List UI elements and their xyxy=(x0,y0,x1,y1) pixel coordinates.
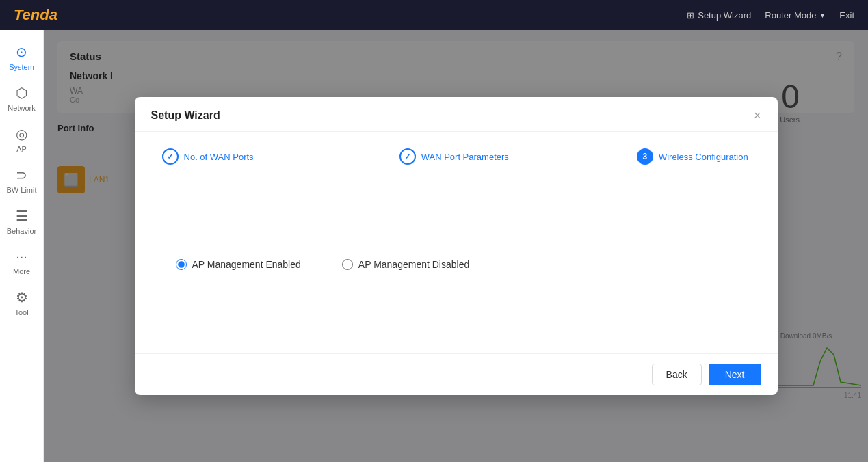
more-icon: ··· xyxy=(16,249,27,264)
router-mode-label: Router Mode xyxy=(765,10,816,21)
step-3: 3 Wireless Configuration xyxy=(637,148,750,165)
modal-header: Setup Wizard × xyxy=(135,97,778,132)
step-1: ✓ No. of WAN Ports xyxy=(162,148,276,165)
sidebar: ⊙ System ⬡ Network ◎ AP ⊃ BW Limit ☰ Beh… xyxy=(0,30,44,462)
sidebar-item-label: Network xyxy=(8,104,35,112)
sidebar-item-ap[interactable]: ◎ AP xyxy=(0,119,43,160)
setup-wizard-icon: ⊞ xyxy=(687,10,694,21)
modal-footer: Back Next xyxy=(135,353,778,395)
ap-disabled-label: AP Management Disabled xyxy=(358,259,469,270)
behavior-icon: ☰ xyxy=(16,208,28,224)
sidebar-item-label: System xyxy=(9,63,34,71)
step-2-circle: ✓ xyxy=(399,148,416,165)
setup-wizard-label: Setup Wizard xyxy=(698,10,751,21)
step-3-circle: 3 xyxy=(637,148,653,165)
sidebar-item-label: AP xyxy=(16,145,27,153)
ap-disabled-option[interactable]: AP Management Disabled xyxy=(342,259,469,270)
sidebar-item-label: Behavior xyxy=(7,227,36,235)
ap-enabled-radio[interactable] xyxy=(176,259,187,270)
sidebar-item-tool[interactable]: ⚙ Tool xyxy=(0,282,43,323)
topbar-right: ⊞ Setup Wizard Router Mode ▼ Exit xyxy=(687,10,854,21)
back-button[interactable]: Back xyxy=(652,364,702,385)
logo: Tenda xyxy=(14,6,57,24)
step-2: ✓ WAN Port Parameters xyxy=(399,148,513,165)
step-2-label: WAN Port Parameters xyxy=(421,152,509,162)
sidebar-item-system[interactable]: ⊙ System xyxy=(0,37,43,78)
bwlimit-icon: ⊃ xyxy=(16,167,27,183)
next-button[interactable]: Next xyxy=(709,364,761,385)
step-1-label: No. of WAN Ports xyxy=(184,152,254,162)
sidebar-item-bwlimit[interactable]: ⊃ BW Limit xyxy=(0,160,43,201)
sidebar-item-label: BW Limit xyxy=(7,186,37,194)
topbar: Tenda ⊞ Setup Wizard Router Mode ▼ Exit xyxy=(0,0,868,30)
stepper: ✓ No. of WAN Ports ✓ WAN Port Parameters… xyxy=(135,132,778,176)
ap-enabled-label: AP Management Enabled xyxy=(192,259,301,270)
step-connector-2 xyxy=(518,157,631,157)
step-1-circle: ✓ xyxy=(162,148,179,165)
modal-overlay: Setup Wizard × ✓ No. of WAN Ports ✓ WAN … xyxy=(44,30,868,462)
tool-icon: ⚙ xyxy=(16,289,28,305)
ap-disabled-radio[interactable] xyxy=(342,259,353,270)
ap-icon: ◎ xyxy=(16,126,27,142)
exit-button[interactable]: Exit xyxy=(839,10,854,21)
system-icon: ⊙ xyxy=(16,44,27,60)
sidebar-item-label: Tool xyxy=(14,308,28,316)
network-icon: ⬡ xyxy=(16,85,27,101)
sidebar-item-network[interactable]: ⬡ Network xyxy=(0,78,43,119)
sidebar-item-more[interactable]: ··· More xyxy=(0,242,43,282)
main-layout: ⊙ System ⬡ Network ◎ AP ⊃ BW Limit ☰ Beh… xyxy=(0,30,868,462)
step-3-label: Wireless Configuration xyxy=(659,152,748,162)
setup-wizard-link[interactable]: ⊞ Setup Wizard xyxy=(687,10,751,21)
ap-enabled-option[interactable]: AP Management Enabled xyxy=(176,259,301,270)
content-area: Status ? Network I WA Co Port Info ⬜ xyxy=(44,30,868,462)
sidebar-item-label: More xyxy=(13,267,30,275)
modal-title: Setup Wizard xyxy=(151,109,220,122)
router-mode-dropdown[interactable]: Router Mode ▼ xyxy=(765,10,826,21)
modal-body: AP Management Enabled AP Management Disa… xyxy=(135,176,778,353)
modal-close-button[interactable]: × xyxy=(754,109,761,122)
step-connector-1 xyxy=(280,157,394,157)
setup-wizard-modal: Setup Wizard × ✓ No. of WAN Ports ✓ WAN … xyxy=(135,97,778,395)
chevron-down-icon: ▼ xyxy=(819,12,826,19)
sidebar-item-behavior[interactable]: ☰ Behavior xyxy=(0,201,43,242)
